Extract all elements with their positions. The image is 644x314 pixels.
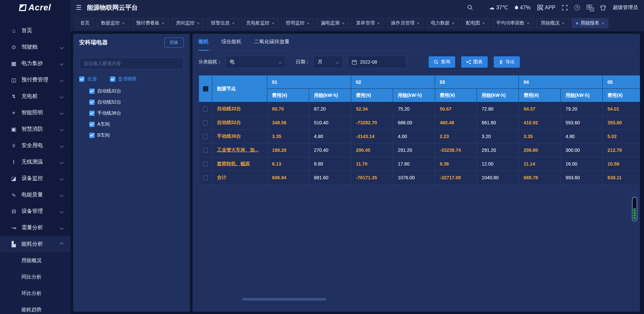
category-select[interactable]: 电 — [225, 56, 286, 68]
chart-button[interactable]: 图表 — [461, 56, 488, 68]
report-tab-能耗[interactable]: 能耗 — [199, 34, 209, 51]
nav-tab-照明监控[interactable]: 照明监控× — [281, 18, 314, 28]
sidebar-item-电力集抄[interactable]: ▦电力集抄 — [0, 55, 70, 72]
brand-name: Acrel — [29, 3, 51, 12]
date-picker[interactable]: 2022-08 — [347, 56, 407, 68]
nav-tab-用能概况[interactable]: 用能概况× — [536, 18, 569, 28]
charging-pile-icon: ↯ — [10, 93, 17, 100]
node-name-link[interactable]: 合计 — [217, 175, 226, 180]
nav-tab-数据监控[interactable]: 数据监控× — [97, 18, 129, 28]
nav-tab-label: 预付费看板 — [136, 20, 160, 26]
row-checkbox[interactable] — [203, 162, 208, 167]
nav-tab-报警信息[interactable]: 报警信息× — [207, 18, 239, 28]
row-checkbox[interactable] — [203, 175, 208, 180]
node-name-link[interactable]: 工业管大车床、加... — [217, 147, 259, 152]
sidebar-item-需量分析[interactable]: ↝需量分析 — [0, 219, 70, 236]
device-search-input[interactable] — [79, 57, 184, 69]
nav-tab-菜单管理[interactable]: 菜单管理× — [352, 18, 384, 28]
close-tab-icon[interactable]: × — [342, 21, 345, 26]
tree-node-自动线32台[interactable]: 自动线32台 — [89, 85, 190, 97]
close-tab-icon[interactable]: × — [602, 21, 604, 26]
sidebar-subitem-能耗趋势[interactable]: 能耗趋势 — [0, 302, 70, 314]
tree-node-label: A车间 — [97, 121, 110, 127]
close-tab-icon[interactable]: × — [162, 21, 165, 26]
row-checkbox[interactable] — [203, 120, 208, 125]
fee-cell: 54.01 — [603, 102, 640, 116]
close-tab-icon[interactable]: × — [562, 21, 565, 26]
close-tab-icon[interactable]: × — [527, 21, 530, 26]
nav-tab-漏电监测[interactable]: 漏电监测× — [317, 18, 349, 28]
select-all-checkbox[interactable] — [203, 86, 208, 91]
sidebar-item-设备监控[interactable]: ◪设备监控 — [0, 170, 70, 187]
export-button[interactable]: 导出 — [494, 56, 520, 68]
row-checkbox[interactable] — [203, 134, 208, 139]
fee-cell: 8.36 — [435, 157, 477, 171]
chevron-down-icon — [60, 144, 63, 147]
sidebar-item-驾驶舱[interactable]: ⊙驾驶舱 — [0, 39, 70, 55]
close-tab-icon[interactable]: × — [232, 21, 235, 26]
node-name-link[interactable]: 自动线32台 — [217, 106, 241, 111]
close-tab-icon[interactable]: × — [417, 21, 420, 26]
tree-node-自动线52台[interactable]: 自动线52台 — [89, 97, 190, 108]
node-name-link[interactable]: 自动线52台 — [217, 120, 241, 125]
translate-icon[interactable]: 中 A — [587, 5, 593, 11]
sidebar-subitem-环比分析[interactable]: 环比分析 — [0, 285, 70, 302]
tree-node-label: 自动线52台 — [97, 99, 121, 105]
nav-tab-用能报表[interactable]: 用能报表× — [572, 18, 609, 28]
chevron-down-icon — [60, 111, 63, 115]
report-tab-二氧化碳排放量[interactable]: 二氧化碳排放量 — [254, 34, 289, 51]
nav-tab-平均功率因数[interactable]: 平均功率因数× — [492, 18, 534, 28]
switch-button[interactable]: 切换 — [164, 38, 184, 48]
sidebar-item-设备管理[interactable]: ⊟设备管理 — [0, 203, 70, 219]
app-qr[interactable]: APP — [537, 5, 555, 11]
sidebar-item-label: 设备管理 — [21, 208, 43, 215]
query-button[interactable]: 查询 — [429, 56, 455, 68]
tree-node-B车间[interactable]: B车间 — [89, 130, 190, 141]
nav-tab-操作员管理[interactable]: 操作员管理× — [387, 18, 424, 28]
select-all-checkbox[interactable]: 全选 — [79, 76, 97, 82]
close-tab-icon[interactable]: × — [307, 21, 310, 26]
sidebar-item-无线测温[interactable]: ⌇无线测温 — [0, 154, 70, 170]
close-tab-icon[interactable]: × — [272, 21, 274, 26]
close-tab-icon[interactable]: × — [482, 21, 485, 26]
granularity-select[interactable]: 月 — [313, 56, 343, 68]
close-tab-icon[interactable]: × — [452, 21, 454, 26]
nav-tab-房间监控[interactable]: 房间监控× — [171, 18, 204, 28]
row-checkbox[interactable] — [203, 107, 208, 112]
nav-tab-配电图[interactable]: 配电图× — [462, 18, 489, 28]
energy-cell: 688.00 — [393, 116, 435, 130]
nav-tab-电力数据[interactable]: 电力数据× — [426, 18, 459, 28]
node-name-link[interactable]: 套筒转机、锯床 — [217, 161, 250, 166]
nav-tab-预付费看板[interactable]: 预付费看板× — [132, 18, 169, 28]
sidebar-subitem-同比分析[interactable]: 同比分析 — [0, 269, 70, 285]
sidebar-item-安全用电[interactable]: ◊安全用电 — [0, 137, 70, 154]
sidebar-item-预付费管理[interactable]: ◫预付费管理 — [0, 72, 70, 88]
cascade-checkbox[interactable]: 是否级联 — [110, 76, 137, 82]
sidebar-item-充电桩[interactable]: ↯充电桩 — [0, 88, 70, 105]
tree-node-手动线36台[interactable]: 手动线36台 — [89, 108, 190, 119]
tree-node-A车间[interactable]: A车间 — [89, 119, 190, 130]
sidebar-item-label: 需量分析 — [21, 224, 43, 231]
sidebar-subitem-用能概况[interactable]: 用能概况 — [0, 252, 70, 269]
sidebar-item-智能照明[interactable]: ⌖智能照明 — [0, 105, 70, 121]
horizontal-scrollbar[interactable] — [242, 298, 326, 301]
close-tab-icon[interactable]: × — [122, 21, 125, 26]
nav-tab-首页[interactable]: 首页 — [76, 18, 94, 28]
nav-tab-充电桩监控[interactable]: 充电桩监控× — [241, 18, 279, 28]
collapse-menu-icon[interactable]: ☰ — [76, 4, 82, 11]
sidebar-item-首页[interactable]: ⌂首页 — [0, 22, 70, 39]
report-tab-综合能耗[interactable]: 综合能耗 — [221, 34, 241, 51]
day-group-header-01: 01 — [267, 75, 351, 89]
close-tab-icon[interactable]: × — [197, 21, 200, 26]
theme-shirt-icon[interactable] — [600, 5, 606, 10]
row-checkbox[interactable] — [203, 148, 208, 153]
current-user[interactable]: 超级管理员 — [613, 4, 638, 11]
fullscreen-icon[interactable] — [562, 5, 568, 10]
node-name-link[interactable]: 手动线36台 — [217, 133, 241, 139]
sidebar-item-智慧消防[interactable]: ▣智慧消防 — [0, 121, 70, 137]
close-tab-icon[interactable]: × — [377, 21, 380, 26]
search-icon[interactable] — [467, 5, 473, 10]
help-icon[interactable]: ? — [574, 5, 580, 10]
sidebar-item-电能质量[interactable]: ∿电能质量 — [0, 187, 70, 203]
sidebar-item-能耗分析[interactable]: ▙能耗分析 — [0, 236, 70, 252]
